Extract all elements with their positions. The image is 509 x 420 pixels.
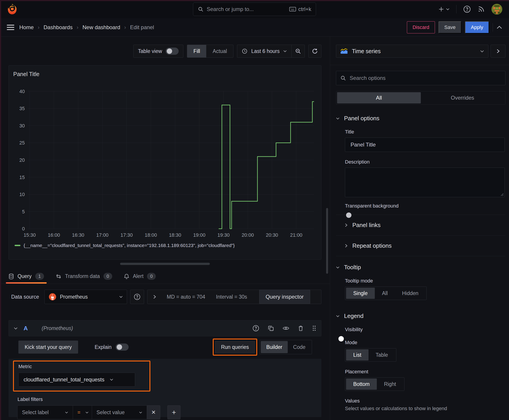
breadcrumb-dashboards[interactable]: Dashboards	[44, 24, 73, 30]
help-button[interactable]	[463, 5, 471, 13]
plus-icon	[438, 6, 444, 12]
fill-option[interactable]: Fill	[187, 45, 206, 57]
options-sidebar: Time series Search options All Overrides	[330, 37, 509, 420]
tooltip-mode-segmented: Single All Hidden	[345, 286, 427, 300]
resize-handle-icon[interactable]	[500, 193, 504, 196]
news-rss-icon[interactable]	[478, 6, 485, 13]
chevron-down-icon[interactable]	[14, 327, 18, 330]
svg-text:5: 5	[22, 209, 25, 215]
select-label-dropdown[interactable]: Select label	[17, 405, 73, 419]
collapse-chevron-up-icon[interactable]	[496, 26, 502, 29]
select-value-dropdown[interactable]: Select value	[92, 405, 147, 419]
chart-legend[interactable]: {__name__="cloudflared_tunnel_total_requ…	[15, 243, 235, 248]
metric-select[interactable]: cloudflared_tunnel_total_requests	[18, 373, 135, 387]
tooltip-title: Tooltip	[344, 264, 361, 271]
breadcrumb-new-dashboard[interactable]: New dashboard	[82, 24, 120, 30]
svg-text:40: 40	[19, 89, 25, 94]
legend-values-label: Values	[345, 398, 505, 404]
chevron-right-icon	[345, 244, 347, 248]
close-x-icon: ✕	[151, 409, 156, 415]
legend-mode-table[interactable]: Table	[369, 349, 395, 360]
datasource-help-button[interactable]	[130, 290, 144, 304]
tab-alert[interactable]: Alert 0	[124, 269, 156, 284]
repeat-options-section[interactable]: Repeat options	[336, 235, 505, 256]
time-series-viz-icon	[340, 48, 348, 54]
fill-actual-segmented: Fill Actual	[187, 45, 233, 58]
kickstart-query-button[interactable]: Kick start your query	[18, 341, 78, 354]
tab-overrides[interactable]: Overrides	[421, 92, 504, 104]
time-range-picker[interactable]: Last 6 hours	[237, 45, 291, 57]
breadcrumb-home[interactable]: Home	[19, 24, 34, 30]
tooltip-mode-hidden[interactable]: Hidden	[395, 288, 426, 299]
legend-mode-list[interactable]: List	[346, 349, 369, 360]
apply-button[interactable]: Apply	[465, 21, 489, 33]
panel-options-title: Panel options	[344, 115, 380, 122]
chevron-right-icon	[153, 295, 156, 299]
table-view-toggle[interactable]	[166, 48, 179, 55]
refresh-button[interactable]	[308, 45, 321, 58]
breadcrumb-edit-panel: Edit panel	[130, 24, 154, 30]
toggle-visibility-eye-icon[interactable]	[282, 326, 289, 331]
explain-toggle[interactable]	[116, 344, 129, 351]
datasource-select[interactable]: Prometheus	[45, 290, 127, 304]
tooltip-mode-all[interactable]: All	[375, 288, 395, 299]
legend-placement-right[interactable]: Right	[377, 378, 403, 390]
discard-button[interactable]: Discard	[407, 21, 435, 33]
chart-panel[interactable]: Panel Title 051015202530354015:3016:0016…	[8, 65, 321, 260]
run-queries-button[interactable]: Run queries	[215, 341, 255, 353]
save-button[interactable]: Save	[439, 21, 461, 33]
search-placeholder: Search or jump to...	[207, 6, 254, 12]
operator-dropdown[interactable]: =	[73, 405, 92, 419]
panel-title-input[interactable]: Panel Title	[345, 137, 505, 152]
delete-query-trash-icon[interactable]	[298, 325, 304, 331]
table-view-label: Table view	[138, 48, 162, 54]
tab-all[interactable]: All	[337, 92, 421, 104]
label-filters-label: Label filters	[17, 397, 315, 402]
tab-alert-label: Alert	[133, 273, 144, 279]
remove-filter-button[interactable]: ✕	[147, 405, 160, 419]
legend-series-label[interactable]: {__name__="cloudflared_tunnel_total_requ…	[23, 243, 235, 248]
window-edge-left	[0, 0, 1, 420]
search-input[interactable]: Search or jump to... ctrl+k	[193, 2, 316, 16]
drag-handle-grip-icon[interactable]	[312, 325, 316, 331]
panel-toolbar: Table view Fill Actual Last 6 hours	[8, 45, 321, 58]
tab-query[interactable]: Query 1	[8, 269, 44, 284]
query-help-icon[interactable]	[252, 325, 259, 332]
time-series-chart[interactable]: 051015202530354015:3016:0016:3017:0017:3…	[9, 66, 321, 259]
datasource-name: Prometheus	[60, 294, 88, 300]
duplicate-query-icon[interactable]	[268, 325, 274, 331]
legend-placement-bottom[interactable]: Bottom	[346, 378, 377, 390]
add-filter-button[interactable]: +	[167, 405, 181, 419]
tab-alert-count: 0	[147, 273, 156, 280]
panel-options-header[interactable]: Panel options	[336, 115, 505, 122]
chevron-down-icon	[119, 296, 123, 298]
zoom-out-button[interactable]	[291, 45, 304, 57]
pane-resize-handle[interactable]	[120, 263, 210, 265]
time-range-group: Last 6 hours	[237, 45, 305, 58]
description-textarea[interactable]	[345, 168, 505, 197]
chevron-down-icon	[139, 412, 142, 413]
builder-option[interactable]: Builder	[261, 341, 288, 353]
query-ref-id[interactable]: A	[23, 325, 28, 332]
query-row-header[interactable]: A (Prometheus)	[8, 320, 321, 336]
toggle-viz-picker-button[interactable]	[491, 45, 505, 58]
query-toolbar: Kick start your query Explain Run querie…	[8, 339, 321, 355]
svg-text:10: 10	[19, 192, 25, 197]
actual-option[interactable]: Actual	[206, 45, 233, 57]
tooltip-mode-single[interactable]: Single	[346, 288, 375, 299]
code-option[interactable]: Code	[288, 341, 311, 353]
tab-query-count: 1	[35, 273, 44, 280]
query-inspector-button[interactable]: Query inspector	[259, 290, 310, 304]
new-menu-button[interactable]	[438, 6, 449, 12]
svg-text:16:30: 16:30	[72, 232, 84, 238]
user-avatar[interactable]	[492, 4, 502, 15]
panel-links-section[interactable]: Panel links	[336, 215, 505, 235]
legend-section-header[interactable]: Legend	[336, 313, 505, 320]
visualization-select[interactable]: Time series	[336, 45, 488, 58]
tooltip-section-header[interactable]: Tooltip	[336, 264, 505, 271]
grafana-logo-icon[interactable]	[7, 3, 18, 15]
main-scrollbar-thumb[interactable]	[326, 208, 328, 274]
tab-transform-data[interactable]: Transform data 0	[56, 269, 112, 284]
menu-icon[interactable]	[7, 24, 14, 30]
search-options-input[interactable]: Search options	[336, 71, 505, 85]
